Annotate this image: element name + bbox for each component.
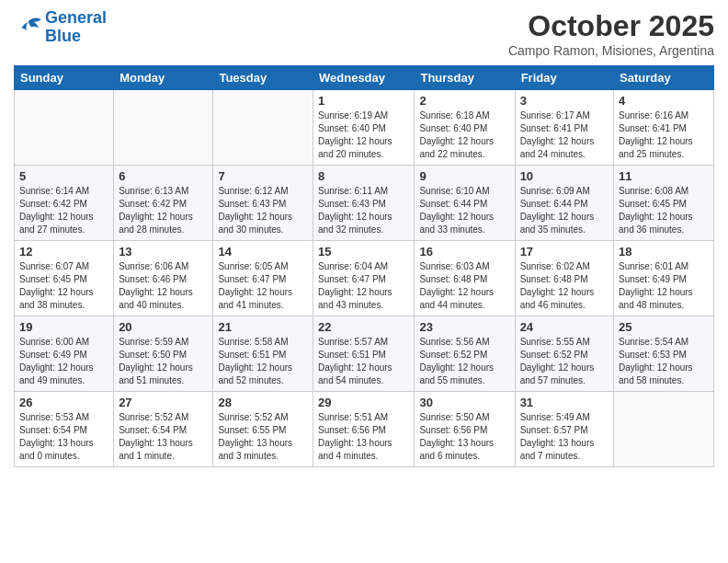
day-info: Sunrise: 5:52 AM Sunset: 6:54 PM Dayligh…: [119, 411, 208, 463]
logo-text: General Blue: [45, 9, 107, 46]
day-info: Sunrise: 6:04 AM Sunset: 6:47 PM Dayligh…: [318, 260, 409, 312]
day-info: Sunrise: 5:55 AM Sunset: 6:52 PM Dayligh…: [520, 336, 609, 387]
day-number: 26: [19, 396, 108, 409]
calendar-cell: 14Sunrise: 6:05 AM Sunset: 6:47 PM Dayli…: [213, 241, 313, 316]
calendar-cell: 10Sunrise: 6:09 AM Sunset: 6:44 PM Dayli…: [515, 166, 613, 241]
calendar-cell: 2Sunrise: 6:18 AM Sunset: 6:40 PM Daylig…: [415, 90, 515, 166]
day-info: Sunrise: 5:59 AM Sunset: 6:50 PM Dayligh…: [119, 336, 208, 387]
day-info: Sunrise: 6:02 AM Sunset: 6:48 PM Dayligh…: [520, 260, 609, 312]
calendar-cell: 5Sunrise: 6:14 AM Sunset: 6:42 PM Daylig…: [15, 166, 114, 241]
calendar-cell: 12Sunrise: 6:07 AM Sunset: 6:45 PM Dayli…: [15, 241, 114, 316]
day-info: Sunrise: 5:49 AM Sunset: 6:57 PM Dayligh…: [520, 411, 609, 463]
day-info: Sunrise: 6:07 AM Sunset: 6:45 PM Dayligh…: [19, 260, 108, 312]
day-info: Sunrise: 6:09 AM Sunset: 6:44 PM Dayligh…: [520, 185, 609, 236]
day-number: 17: [520, 245, 609, 259]
day-number: 7: [218, 169, 308, 183]
title-block: October 2025 Campo Ramon, Misiones, Arge…: [508, 9, 714, 58]
calendar-cell: 6Sunrise: 6:13 AM Sunset: 6:42 PM Daylig…: [114, 166, 213, 241]
calendar-cell: 28Sunrise: 5:52 AM Sunset: 6:55 PM Dayli…: [213, 392, 313, 467]
day-info: Sunrise: 6:13 AM Sunset: 6:42 PM Dayligh…: [119, 185, 208, 236]
day-info: Sunrise: 5:57 AM Sunset: 6:51 PM Dayligh…: [318, 336, 409, 387]
day-info: Sunrise: 6:16 AM Sunset: 6:41 PM Dayligh…: [619, 109, 709, 161]
day-number: 21: [218, 320, 308, 334]
day-info: Sunrise: 5:53 AM Sunset: 6:54 PM Dayligh…: [19, 411, 108, 463]
day-number: 30: [419, 396, 509, 409]
day-number: 8: [318, 169, 409, 183]
day-info: Sunrise: 5:58 AM Sunset: 6:51 PM Dayligh…: [218, 336, 308, 387]
day-number: 13: [119, 245, 208, 259]
day-number: 27: [119, 396, 208, 409]
day-number: 28: [218, 396, 308, 409]
day-number: 20: [119, 320, 208, 334]
day-info: Sunrise: 6:06 AM Sunset: 6:46 PM Dayligh…: [119, 260, 208, 312]
calendar-cell: 31Sunrise: 5:49 AM Sunset: 6:57 PM Dayli…: [515, 392, 613, 467]
day-number: 19: [19, 320, 108, 334]
day-number: 18: [619, 245, 709, 259]
calendar-cell: 25Sunrise: 5:54 AM Sunset: 6:53 PM Dayli…: [614, 316, 714, 392]
calendar-cell: 16Sunrise: 6:03 AM Sunset: 6:48 PM Dayli…: [415, 241, 515, 316]
day-number: 24: [520, 320, 609, 334]
calendar-cell: 9Sunrise: 6:10 AM Sunset: 6:44 PM Daylig…: [415, 166, 515, 241]
day-number: 14: [218, 245, 308, 259]
day-number: 1: [318, 94, 409, 108]
calendar-cell: 18Sunrise: 6:01 AM Sunset: 6:49 PM Dayli…: [614, 241, 714, 316]
weekday-header: Monday: [114, 66, 213, 90]
calendar-cell: 22Sunrise: 5:57 AM Sunset: 6:51 PM Dayli…: [313, 316, 415, 392]
location-subtitle: Campo Ramon, Misiones, Argentina: [508, 43, 714, 58]
page-header: General Blue October 2025 Campo Ramon, M…: [14, 9, 714, 58]
day-info: Sunrise: 5:52 AM Sunset: 6:55 PM Dayligh…: [218, 411, 308, 463]
calendar-cell: 15Sunrise: 6:04 AM Sunset: 6:47 PM Dayli…: [313, 241, 415, 316]
day-info: Sunrise: 6:03 AM Sunset: 6:48 PM Dayligh…: [419, 260, 509, 312]
logo: General Blue: [14, 9, 107, 46]
calendar-cell: 7Sunrise: 6:12 AM Sunset: 6:43 PM Daylig…: [213, 166, 313, 241]
calendar-cell: 27Sunrise: 5:52 AM Sunset: 6:54 PM Dayli…: [114, 392, 213, 467]
day-number: 3: [520, 94, 609, 108]
day-number: 29: [318, 396, 409, 409]
calendar-cell: 3Sunrise: 6:17 AM Sunset: 6:41 PM Daylig…: [515, 90, 613, 166]
day-info: Sunrise: 6:19 AM Sunset: 6:40 PM Dayligh…: [318, 109, 409, 161]
day-info: Sunrise: 6:01 AM Sunset: 6:49 PM Dayligh…: [619, 260, 709, 312]
calendar-cell: 4Sunrise: 6:16 AM Sunset: 6:41 PM Daylig…: [614, 90, 714, 166]
day-number: 2: [419, 94, 509, 108]
calendar-cell: 1Sunrise: 6:19 AM Sunset: 6:40 PM Daylig…: [313, 90, 415, 166]
weekday-header: Thursday: [415, 66, 515, 90]
calendar-cell: 23Sunrise: 5:56 AM Sunset: 6:52 PM Dayli…: [415, 316, 515, 392]
calendar-cell: 26Sunrise: 5:53 AM Sunset: 6:54 PM Dayli…: [15, 392, 114, 467]
day-number: 31: [520, 396, 609, 409]
calendar-cell: 19Sunrise: 6:00 AM Sunset: 6:49 PM Dayli…: [15, 316, 114, 392]
calendar-cell: [213, 90, 313, 166]
day-number: 4: [619, 94, 709, 108]
day-info: Sunrise: 5:50 AM Sunset: 6:56 PM Dayligh…: [419, 411, 509, 463]
day-number: 25: [619, 320, 709, 334]
day-info: Sunrise: 6:10 AM Sunset: 6:44 PM Dayligh…: [419, 185, 509, 236]
calendar-week-row: 1Sunrise: 6:19 AM Sunset: 6:40 PM Daylig…: [15, 90, 714, 166]
day-info: Sunrise: 6:05 AM Sunset: 6:47 PM Dayligh…: [218, 260, 308, 312]
day-number: 5: [19, 169, 108, 183]
calendar-cell: [614, 392, 714, 467]
calendar-cell: 24Sunrise: 5:55 AM Sunset: 6:52 PM Dayli…: [515, 316, 613, 392]
calendar-cell: 13Sunrise: 6:06 AM Sunset: 6:46 PM Dayli…: [114, 241, 213, 316]
day-info: Sunrise: 6:14 AM Sunset: 6:42 PM Dayligh…: [19, 185, 108, 236]
day-info: Sunrise: 6:18 AM Sunset: 6:40 PM Dayligh…: [419, 109, 509, 161]
calendar-week-row: 19Sunrise: 6:00 AM Sunset: 6:49 PM Dayli…: [15, 316, 714, 392]
calendar-cell: 21Sunrise: 5:58 AM Sunset: 6:51 PM Dayli…: [213, 316, 313, 392]
day-info: Sunrise: 6:17 AM Sunset: 6:41 PM Dayligh…: [520, 109, 609, 161]
calendar-week-row: 5Sunrise: 6:14 AM Sunset: 6:42 PM Daylig…: [15, 166, 714, 241]
calendar-cell: 17Sunrise: 6:02 AM Sunset: 6:48 PM Dayli…: [515, 241, 613, 316]
day-number: 11: [619, 169, 709, 183]
day-info: Sunrise: 5:51 AM Sunset: 6:56 PM Dayligh…: [318, 411, 409, 463]
weekday-header: Tuesday: [213, 66, 313, 90]
calendar-cell: 8Sunrise: 6:11 AM Sunset: 6:43 PM Daylig…: [313, 166, 415, 241]
calendar-cell: 11Sunrise: 6:08 AM Sunset: 6:45 PM Dayli…: [614, 166, 714, 241]
calendar-cell: 20Sunrise: 5:59 AM Sunset: 6:50 PM Dayli…: [114, 316, 213, 392]
day-info: Sunrise: 6:12 AM Sunset: 6:43 PM Dayligh…: [218, 185, 308, 236]
day-number: 9: [419, 169, 509, 183]
weekday-header: Sunday: [15, 66, 114, 90]
day-number: 12: [19, 245, 108, 259]
calendar-week-row: 26Sunrise: 5:53 AM Sunset: 6:54 PM Dayli…: [15, 392, 714, 467]
day-number: 23: [419, 320, 509, 334]
calendar-table: SundayMondayTuesdayWednesdayThursdayFrid…: [14, 65, 714, 467]
day-info: Sunrise: 6:11 AM Sunset: 6:43 PM Dayligh…: [318, 185, 409, 236]
calendar-cell: 29Sunrise: 5:51 AM Sunset: 6:56 PM Dayli…: [313, 392, 415, 467]
calendar-header-row: SundayMondayTuesdayWednesdayThursdayFrid…: [15, 66, 714, 90]
